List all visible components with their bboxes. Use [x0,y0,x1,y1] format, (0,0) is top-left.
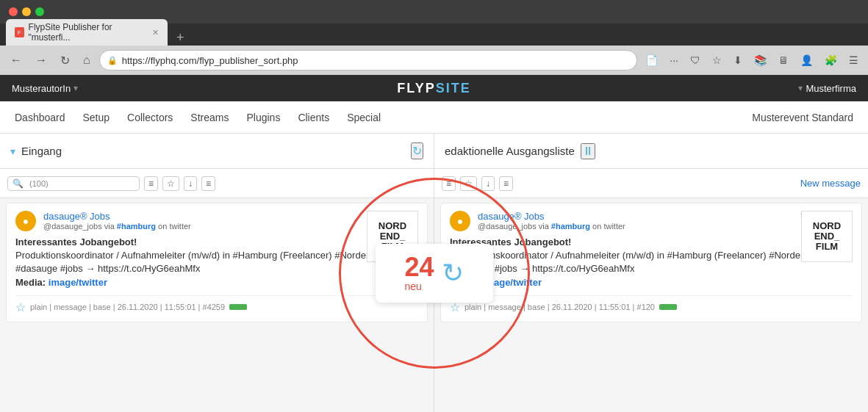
inbox-header: ▾ Eingang ↻ [0,134,434,169]
inbox-footer-text: plain | message | base | 26.11.2020 | 11… [30,303,225,311]
nav-collectors[interactable]: Collectors [127,112,173,123]
outbox-footer-text: plain | message | base | 26.11.2020 | 11… [465,303,655,311]
inbox-sender-name[interactable]: dasauge® Jobs [43,211,359,222]
inbox-title: Eingang [21,145,62,157]
bookmarks-button[interactable]: 📚 [750,53,770,68]
shield-button[interactable]: 🛡 [686,53,704,68]
nav-items: Dashboard Setup Collectors Streams Plugi… [15,112,381,123]
tab-close-icon[interactable]: ✕ [152,28,159,37]
outbox-star-filter-button[interactable]: ☆ [460,176,477,191]
inbox-message-text: Produktionskoordinator / Aufnahmeleiter … [15,250,395,274]
browser-toolbar: ← → ↻ ⌂ 🔒 https://flyphq.com/flyp_publis… [0,46,868,75]
inbox-status-indicator [229,304,247,310]
author-chevron-icon: ▾ [73,83,78,93]
inbox-via-text: via [104,222,115,231]
author-dropdown[interactable]: MusterautorIn ▾ [12,83,78,94]
outbox-message-thumb: NORD END_ FILM [801,211,853,262]
overlay-center: 24 neu ↻ [376,244,493,303]
inbox-message-item: ● dasauge® Jobs @dasauge_jobs via #hambu… [6,203,428,322]
lock-icon: 🔒 [107,56,118,65]
outbox-sort-button[interactable]: ↓ [481,176,495,191]
close-button[interactable] [9,7,18,16]
inbox-refresh-button[interactable]: ↻ [411,142,423,159]
extensions-button[interactable]: 🧩 [821,53,841,68]
nav-plugins[interactable]: Plugins [246,112,280,123]
inbox-platform: on twitter [158,222,191,231]
outbox-list-view-button[interactable]: ≡ [442,176,456,191]
nav-setup[interactable]: Setup [83,112,110,123]
download-button[interactable]: ⬇ [730,53,746,68]
more-button[interactable]: ··· [666,53,682,68]
outbox-sender-name[interactable]: dasauge® Jobs [478,211,792,222]
inbox-list-view-button[interactable]: ≡ [144,176,158,191]
app-nav: Dashboard Setup Collectors Streams Plugi… [0,101,868,134]
outbox-sender-sub: @dasauge_jobs via #hamburg on twitter [478,222,792,231]
minimize-button[interactable] [22,7,31,16]
overlay-count-wrap: 24 neu [404,254,434,292]
tab-title: FlypSite Publisher for "musterfi... [29,22,143,43]
outbox-status-indicator [659,304,677,310]
star-toolbar-button[interactable]: ☆ [709,53,725,68]
outbox-header: edaktionelle Ausgangsliste ⏸ [434,134,868,169]
forward-button[interactable]: → [31,52,51,68]
outbox-star-icon[interactable]: ☆ [450,300,460,314]
outbox-message-footer: ☆ plain | message | base | 26.11.2020 | … [450,295,853,314]
main-content: 24 neu ↻ ▾ Eingang ↻ 🔍 (100) ≡ ☆ ↓ ≡ ● [0,134,868,412]
reload-button[interactable]: ↻ [56,52,74,69]
back-button[interactable]: ← [6,52,26,68]
nav-dashboard[interactable]: Dashboard [15,112,65,123]
inbox-message-body: Interessantes Jobangebot! Produktionskoo… [15,236,418,289]
author-label: MusterautorIn [12,83,71,94]
outbox-hashtag[interactable]: #hamburg [551,222,590,231]
outbox-filter-button[interactable]: ≡ [499,176,513,191]
outbox-pause-button[interactable]: ⏸ [581,143,595,159]
app-header: MusterautorIn ▾ FLYPSITE ▾ Musterfirma [0,75,868,101]
inbox-filter-button[interactable]: ≡ [201,176,215,191]
new-tab-button[interactable]: + [172,30,189,46]
company-dropdown[interactable]: ▾ Musterfirma [798,83,856,94]
nav-clients[interactable]: Clients [298,112,329,123]
nav-streams[interactable]: Streams [190,112,229,123]
home-button[interactable]: ⌂ [79,52,95,68]
inbox-media-link[interactable]: image/twitter [49,277,107,288]
inbox-sender-handle: @dasauge_jobs [43,222,102,231]
inbox-chevron-icon: ▾ [10,145,15,157]
inbox-sender-sub: @dasauge_jobs via #hamburg on twitter [43,222,359,231]
url-text: https://flyphq.com/flyp_publisher_sort.p… [122,55,630,66]
outbox-platform: on twitter [592,222,625,231]
inbox-media-label: Media: [15,277,49,288]
overlay-refresh-icon[interactable]: ↻ [442,258,464,289]
inbox-star-icon[interactable]: ☆ [15,300,26,314]
outbox-via-text: via [539,222,549,231]
toolbar-actions: 📄 ··· 🛡 ☆ ⬇ 📚 🖥 👤 🧩 ☰ [642,53,862,68]
inbox-search-icon: 🔍 [12,178,24,189]
inbox-count-badge: (100) [29,179,49,188]
reader-view-button[interactable]: 📄 [642,53,661,68]
company-label: Musterfirma [806,83,856,94]
account-button[interactable]: 👤 [797,53,817,68]
inbox-search-wrap[interactable]: 🔍 (100) [7,176,140,191]
overlay-count: 24 [404,254,434,281]
nav-special[interactable]: Special [347,112,381,123]
menu-button[interactable]: ☰ [845,53,862,68]
new-message-button[interactable]: New message [800,178,861,189]
active-tab[interactable]: F FlypSite Publisher for "musterfi... ✕ [6,19,168,46]
address-bar[interactable]: 🔒 https://flyphq.com/flyp_publisher_sort… [99,50,638,71]
maximize-button[interactable] [35,7,44,16]
outbox-message-meta: dasauge® Jobs @dasauge_jobs via #hamburg… [478,211,792,231]
tab-favicon: F [15,27,24,37]
inbox-message-meta: dasauge® Jobs @dasauge_jobs via #hamburg… [43,211,359,231]
event-label: Musterevent Standard [752,112,853,123]
company-chevron-icon: ▾ [798,83,803,93]
inbox-hashtag[interactable]: #hamburg [117,222,156,231]
source-icon: ● [15,211,36,231]
inbox-sort-button[interactable]: ↓ [184,176,197,191]
inbox-column: ▾ Eingang ↻ 🔍 (100) ≡ ☆ ↓ ≡ ● dasauge® J… [0,134,434,412]
overlay-label: neu [404,281,434,292]
inbox-toolbar: 🔍 (100) ≡ ☆ ↓ ≡ [0,169,434,198]
outbox-message-item: ● dasauge® Jobs @dasauge_jobs via #hambu… [440,203,862,322]
synced-tabs-button[interactable]: 🖥 [775,53,792,68]
inbox-message-footer: ☆ plain | message | base | 26.11.2020 | … [15,295,418,314]
traffic-lights [9,7,44,16]
inbox-star-filter-button[interactable]: ☆ [162,176,179,191]
